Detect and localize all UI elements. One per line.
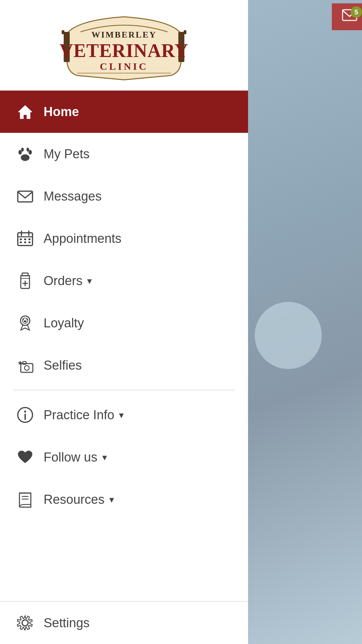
envelope-icon [13,184,37,208]
gear-icon [13,611,37,635]
svg-text:WIMBERLEY: WIMBERLEY [92,30,157,40]
svg-rect-6 [184,30,186,34]
svg-point-12 [18,150,22,155]
svg-rect-26 [28,241,31,243]
sidebar-item-follow-us-label: Follow us [44,450,98,465]
info-icon [13,403,37,427]
camera-star-icon [13,354,37,377]
sidebar-item-home-label: Home [44,105,79,119]
sidebar-item-orders[interactable]: Orders ▾ [0,260,248,302]
svg-point-42 [24,411,26,413]
sidebar-item-loyalty-label: Loyalty [44,316,84,330]
practice-info-chevron-icon: ▾ [119,410,124,421]
calendar-icon [13,227,37,250]
message-notification-area[interactable]: 5 [332,3,362,30]
nav-list: Home My Pets Me [0,91,248,601]
message-badge: 5 [351,6,362,18]
svg-text:CLINIC: CLINIC [100,61,148,72]
heart-icon [13,445,37,469]
follow-us-chevron-icon: ▾ [102,452,107,463]
svg-rect-39 [23,362,26,364]
svg-point-13 [28,150,32,155]
svg-marker-36 [18,361,22,365]
sidebar-item-appointments[interactable]: Appointments [0,217,248,260]
sidebar-item-selfies-label: Selfies [44,358,82,373]
resources-chevron-icon: ▾ [109,494,114,505]
svg-point-33 [24,320,26,322]
sidebar-item-my-pets-label: My Pets [44,147,89,161]
sidebar-item-messages[interactable]: Messages [0,175,248,217]
sidebar-item-follow-us[interactable]: Follow us ▾ [0,436,248,478]
svg-rect-24 [20,241,22,243]
svg-point-15 [26,148,29,152]
svg-point-34 [22,318,24,320]
sidebar-item-resources[interactable]: Resources ▾ [0,478,248,521]
svg-point-35 [26,318,28,320]
sidebar-item-loyalty[interactable]: Loyalty [0,302,248,344]
svg-rect-21 [20,238,22,240]
decorative-circle [255,302,322,369]
svg-rect-25 [24,241,26,243]
sidebar-item-appointments-label: Appointments [44,231,121,246]
svg-rect-16 [18,191,33,202]
navigation-drawer: WIMBERLEY VETERINARY CLINIC Home [0,0,248,644]
sidebar-item-messages-label: Messages [44,189,102,204]
svg-point-11 [21,154,29,161]
sidebar-item-settings-label: Settings [44,616,89,630]
sidebar-item-practice-info[interactable]: Practice Info ▾ [0,394,248,436]
sidebar-item-practice-info-label: Practice Info [44,408,114,422]
orders-chevron-icon: ▾ [87,275,92,286]
sidebar-item-home[interactable]: Home [0,91,248,133]
sidebar-item-my-pets[interactable]: My Pets [0,133,248,175]
book-icon [13,488,37,511]
message-icon-wrap: 5 [342,9,359,24]
paw-icon [13,142,37,166]
svg-point-14 [21,148,24,152]
sidebar-item-selfies[interactable]: Selfies [0,344,248,386]
logo: WIMBERLEY VETERINARY CLINIC [57,13,191,80]
sidebar-item-resources-label: Resources [44,492,105,507]
svg-rect-23 [28,238,31,240]
logo-area: WIMBERLEY VETERINARY CLINIC [0,0,248,91]
sidebar-item-orders-label: Orders [44,274,82,288]
bottle-icon [13,269,37,292]
loyalty-icon [13,311,37,335]
svg-point-38 [24,366,29,370]
svg-rect-37 [21,364,33,372]
logo-svg: WIMBERLEY VETERINARY CLINIC [57,13,191,80]
nav-divider [13,390,235,390]
home-icon [13,100,37,123]
svg-point-46 [22,620,28,626]
svg-rect-22 [24,238,26,240]
svg-text:VETERINARY: VETERINARY [60,40,189,61]
sidebar-item-settings[interactable]: Settings [0,601,248,644]
svg-rect-5 [62,30,64,34]
